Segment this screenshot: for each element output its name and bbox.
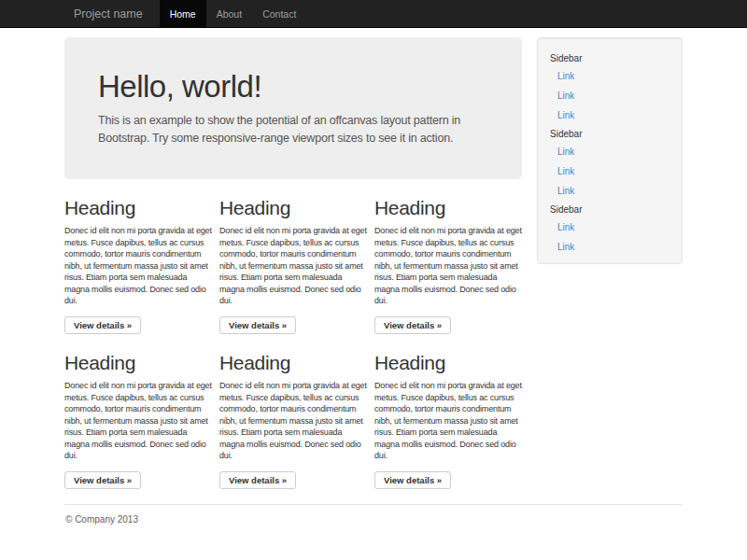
jumbotron-description-line1: This is an example to show the potential… (98, 112, 488, 130)
card-heading: Heading (374, 352, 522, 373)
card-5: Heading Donec id elit non mi porta gravi… (219, 334, 367, 489)
sidebar-group-title: Sidebar (550, 53, 670, 63)
card-heading: Heading (219, 197, 367, 218)
card-heading: Heading (219, 352, 367, 373)
card-1: Heading Donec id elit non mi porta gravi… (64, 179, 212, 334)
brand-link[interactable]: Project name (64, 0, 152, 27)
sidebar-group-2: Sidebar Link Link Link (549, 129, 670, 201)
sidebar: Sidebar Link Link Link Sidebar Link Link… (537, 37, 683, 489)
sidebar-link[interactable]: Link (557, 86, 670, 105)
page-container: Hello, world! This is an example to show… (64, 37, 683, 525)
card-2: Heading Donec id elit non mi porta gravi… (219, 179, 367, 334)
card-heading: Heading (64, 197, 212, 218)
card-body-text: Donec id elit non mi porta gravida at eg… (374, 380, 522, 462)
view-details-button[interactable]: View details » (219, 316, 296, 335)
sidebar-well: Sidebar Link Link Link Sidebar Link Link… (537, 37, 683, 264)
view-details-button[interactable]: View details » (374, 316, 451, 335)
sidebar-link[interactable]: Link (557, 142, 670, 161)
nav-item-about[interactable]: About (206, 0, 252, 27)
sidebar-group-3: Sidebar Link Link (549, 204, 670, 257)
view-details-button[interactable]: View details » (64, 471, 141, 490)
view-details-button[interactable]: View details » (374, 471, 451, 490)
footer-divider (64, 504, 683, 505)
page-title: Hello, world! (98, 71, 488, 103)
navbar-inner: Project name Home About Contact (64, 0, 683, 27)
card-body-text: Donec id elit non mi porta gravida at eg… (219, 380, 367, 462)
card-body-text: Donec id elit non mi porta gravida at eg… (64, 380, 212, 462)
card-body-text: Donec id elit non mi porta gravida at eg… (374, 225, 522, 307)
view-details-button[interactable]: View details » (64, 316, 141, 335)
card-body-text: Donec id elit non mi porta gravida at eg… (64, 225, 212, 307)
card-4: Heading Donec id elit non mi porta gravi… (64, 334, 212, 489)
nav-item-contact[interactable]: Contact (252, 0, 306, 27)
cards-row-2: Heading Donec id elit non mi porta gravi… (64, 334, 522, 489)
nav-item-home[interactable]: Home (160, 0, 206, 27)
sidebar-group-1: Sidebar Link Link Link (549, 53, 670, 125)
main-content: Hello, world! This is an example to show… (64, 37, 522, 489)
navbar-menu: Home About Contact (160, 0, 307, 27)
card-6: Heading Donec id elit non mi porta gravi… (374, 334, 522, 489)
footer: © Company 2013 (64, 504, 683, 525)
sidebar-link[interactable]: Link (557, 217, 670, 237)
card-heading: Heading (64, 352, 212, 373)
card-heading: Heading (374, 197, 522, 218)
card-3: Heading Donec id elit non mi porta gravi… (374, 179, 522, 334)
jumbotron-description-line2: Bootstrap. Try some responsive-range vie… (98, 130, 488, 147)
sidebar-link[interactable]: Link (557, 181, 670, 201)
cards-row-1: Heading Donec id elit non mi porta gravi… (64, 179, 522, 334)
main-row: Hello, world! This is an example to show… (64, 37, 683, 489)
navbar: Project name Home About Contact (0, 0, 747, 28)
view-details-button[interactable]: View details » (219, 471, 296, 490)
sidebar-link[interactable]: Link (557, 161, 670, 181)
sidebar-link[interactable]: Link (557, 66, 670, 86)
sidebar-link[interactable]: Link (557, 105, 670, 125)
sidebar-group-title: Sidebar (550, 204, 670, 215)
jumbotron-description: This is an example to show the potential… (98, 112, 488, 147)
sidebar-link[interactable]: Link (557, 237, 670, 257)
jumbotron: Hello, world! This is an example to show… (64, 37, 522, 179)
card-body-text: Donec id elit non mi porta gravida at eg… (219, 225, 367, 307)
sidebar-group-title: Sidebar (550, 129, 670, 139)
copyright-text: © Company 2013 (65, 514, 683, 525)
